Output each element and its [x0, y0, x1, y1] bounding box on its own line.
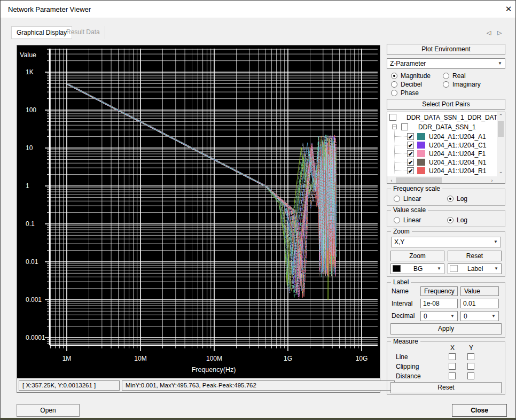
- label-decimal-caption: Decimal: [392, 312, 415, 320]
- item-checkbox[interactable]: ✔: [407, 159, 414, 166]
- apply-button[interactable]: Apply: [390, 323, 502, 335]
- svg-text:0.001: 0.001: [26, 296, 42, 304]
- parameter-select-value: Z-Parameter: [390, 60, 426, 67]
- tree-item[interactable]: ✔U204_A1::U204_A1: [387, 133, 497, 141]
- measure-group: Measure X Y Line Clipping Distance Reset: [387, 341, 505, 395]
- radio-value-linear[interactable]: [394, 217, 400, 223]
- tab-bar: Graphical Display Result Data ◁ ▷: [1, 18, 515, 39]
- radio-decibel[interactable]: [391, 81, 397, 88]
- zoom-group-title: Zoom: [391, 228, 412, 235]
- tree-root-label: DDR_DATA_SSN_1_DDR_DAT: [406, 114, 497, 121]
- svg-text:0.1: 0.1: [26, 220, 35, 228]
- label-interval-caption: Interval: [392, 300, 412, 307]
- svg-text:10G: 10G: [356, 355, 368, 362]
- tab-result-data[interactable]: Result Data: [61, 26, 105, 39]
- window-title: Network Parameter Viewer: [8, 5, 91, 13]
- decimal-value-value: 0: [464, 313, 467, 320]
- label-group: Label Name Frequency Value Interval 1e-0…: [387, 282, 505, 338]
- radio-frequency-log[interactable]: [447, 196, 454, 202]
- measure-distance-y-checkbox[interactable]: [467, 372, 474, 379]
- vscroll-thumb[interactable]: [498, 121, 504, 137]
- chevron-down-icon: ▼: [491, 312, 496, 321]
- tree-vscrollbar[interactable]: ⌃ ⌄: [497, 112, 505, 176]
- radio-real[interactable]: [443, 73, 449, 79]
- measure-clipping-x-checkbox[interactable]: [449, 363, 456, 370]
- measure-distance-label: Distance: [396, 372, 421, 380]
- scroll-right-icon[interactable]: ›: [489, 178, 495, 183]
- item-checkbox[interactable]: ✔: [407, 142, 414, 149]
- tab-scroll-left-icon[interactable]: ◁: [484, 28, 494, 37]
- tree-connector: [395, 170, 406, 171]
- tree-item[interactable]: ✔U204_A1::U204_N1: [387, 158, 497, 167]
- value-log-label: Log: [457, 216, 467, 224]
- desktop-sliver: [1, 418, 515, 420]
- close-button[interactable]: Close: [452, 404, 507, 417]
- plot-environment-button[interactable]: Plot Environment: [387, 44, 505, 55]
- tab-scroll-right-icon[interactable]: ▷: [495, 28, 504, 37]
- tree-item-label: U204_A1::U204_R1: [429, 167, 486, 175]
- item-checkbox[interactable]: ✔: [407, 167, 414, 174]
- measure-distance-x-checkbox[interactable]: [449, 372, 456, 379]
- collapse-icon[interactable]: –: [392, 125, 397, 129]
- tree-row-group[interactable]: –DDR_DATA_SSN_1: [387, 123, 497, 131]
- parameter-select[interactable]: Z-Parameter ▼: [387, 58, 505, 69]
- tree-item[interactable]: ✔U204_A1::U204_C1: [387, 141, 497, 150]
- measure-line-x-checkbox[interactable]: [449, 353, 456, 360]
- tree-item[interactable]: ✔U204_A1::U204_R1: [387, 167, 497, 175]
- decimal-frequency-select[interactable]: 0 ▼: [420, 311, 458, 321]
- plot-canvas[interactable]: Value1K1001010.10.010.0010.00011M10M100M…: [17, 45, 380, 378]
- frequency-scale-title: Frequency scale: [391, 185, 442, 192]
- zoom-reset-button[interactable]: Reset: [448, 251, 502, 261]
- tree-hscrollbar[interactable]: ‹ ›: [387, 176, 505, 184]
- label-name-frequency-field: Frequency: [420, 286, 458, 296]
- value-scale-group: Value scale Linear Log: [387, 210, 505, 227]
- item-checkbox[interactable]: ✔: [407, 133, 414, 140]
- svg-text:1: 1: [26, 182, 29, 190]
- frequency-linear-label: Linear: [403, 195, 421, 203]
- decimal-value-select[interactable]: 0 ▼: [460, 311, 499, 321]
- open-button[interactable]: Open: [17, 404, 80, 417]
- select-port-pairs-button[interactable]: Select Port Pairs: [387, 99, 505, 110]
- radio-imaginary[interactable]: [443, 81, 449, 88]
- measure-line-y-checkbox[interactable]: [467, 353, 474, 360]
- tree-item-label: U204_A1::U204_C1: [429, 142, 486, 149]
- group-checkbox[interactable]: [401, 123, 408, 130]
- tree-group-label: DDR_DATA_SSN_1: [418, 123, 476, 131]
- radio-imaginary-label: Imaginary: [452, 81, 481, 88]
- scroll-left-icon[interactable]: ‹: [388, 178, 395, 183]
- label-name-caption: Name: [392, 287, 409, 295]
- scroll-down-icon[interactable]: ⌄: [497, 169, 505, 174]
- radio-frequency-linear[interactable]: [394, 196, 400, 202]
- radio-phase[interactable]: [391, 90, 397, 96]
- hscroll-thumb[interactable]: [396, 177, 442, 183]
- label-color-select[interactable]: Label ▼: [448, 263, 502, 274]
- zoom-mode-value: X,Y: [394, 238, 404, 246]
- interval-value-input[interactable]: 0.01: [460, 299, 499, 308]
- frequency-scale-group: Frequency scale Linear Log: [387, 189, 505, 206]
- measure-reset-button[interactable]: Reset: [390, 382, 502, 393]
- svg-text:100: 100: [26, 106, 36, 114]
- measure-line-label: Line: [396, 353, 408, 361]
- stats-field: MinY:0.001, MaxY:495.763, Peak-Peak:495.…: [122, 380, 395, 391]
- bg-color-swatch: [393, 265, 401, 272]
- network-parameter-viewer-window: Network Parameter Viewer ✕ Graphical Dis…: [0, 0, 516, 420]
- scroll-up-icon[interactable]: ⌃: [497, 113, 505, 119]
- zoom-button[interactable]: Zoom: [390, 251, 444, 261]
- svg-text:Frequency(Hz): Frequency(Hz): [192, 366, 236, 374]
- port-pair-tree[interactable]: DDR_DATA_SSN_1_DDR_DAT–DDR_DATA_SSN_1✔U2…: [387, 112, 505, 184]
- tree-row-root[interactable]: DDR_DATA_SSN_1_DDR_DAT: [387, 113, 497, 122]
- radio-value-log[interactable]: [447, 217, 454, 223]
- root-checkbox[interactable]: [389, 114, 396, 121]
- radio-magnitude[interactable]: [391, 73, 397, 79]
- label-color-label: Label: [467, 264, 483, 274]
- zoom-mode-select[interactable]: X,Y ▼: [391, 237, 501, 247]
- tree-item[interactable]: ✔U204_A1::U204_F1: [387, 150, 497, 158]
- label-group-title: Label: [391, 278, 411, 286]
- measure-clipping-y-checkbox[interactable]: [467, 363, 474, 370]
- interval-frequency-input[interactable]: 1e-08: [420, 299, 458, 308]
- trace-color-swatch: [417, 150, 425, 157]
- close-icon[interactable]: ✕: [503, 4, 514, 14]
- item-checkbox[interactable]: ✔: [407, 150, 414, 157]
- label-color-swatch: [450, 265, 458, 272]
- bg-color-select[interactable]: BG ▼: [390, 263, 444, 274]
